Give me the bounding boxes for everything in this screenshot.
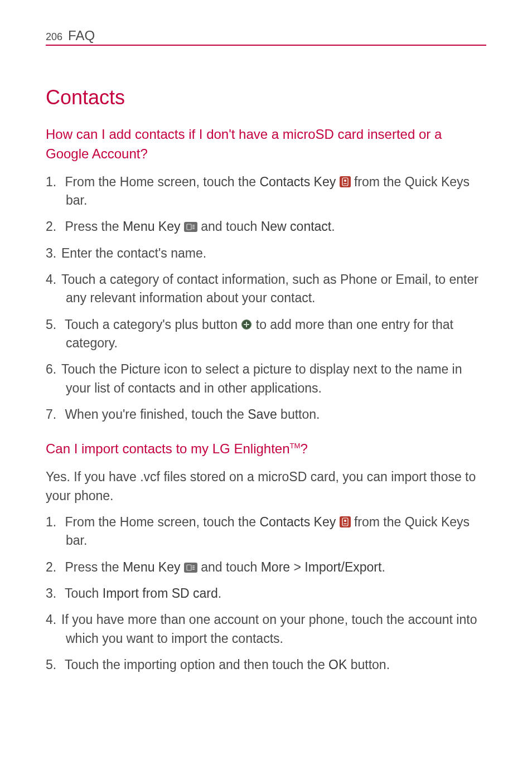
svg-point-14: [344, 520, 346, 522]
faq2-step-3: Touch Import from SD card.: [46, 584, 486, 603]
faq1-step-6: Touch the Picture icon to select a pictu…: [46, 360, 486, 398]
faq1-step-4: Touch a category of contact information,…: [46, 270, 486, 308]
section-name: FAQ: [68, 28, 95, 43]
running-header: 206 FAQ: [46, 28, 486, 46]
menu-key-icon: [184, 563, 197, 573]
svg-rect-3: [184, 222, 197, 232]
trademark-sup: TM: [290, 442, 301, 450]
faq1-step-7: When you're finished, touch the Save but…: [46, 405, 486, 424]
page-title: Contacts: [46, 86, 486, 109]
faq2-step-2: Press the Menu Key and touch More > Impo…: [46, 558, 486, 577]
faq2-intro: Yes. If you have .vcf files stored on a …: [46, 468, 486, 505]
faq1-step-1: From the Home screen, touch the Contacts…: [46, 173, 486, 210]
menu-key-icon: [184, 222, 197, 232]
contacts-key-icon: [340, 176, 351, 187]
plus-button-icon: [241, 319, 252, 330]
faq2-steps: From the Home screen, touch the Contacts…: [46, 513, 486, 674]
faq1-steps: From the Home screen, touch the Contacts…: [46, 173, 486, 424]
faq1-step-2: Press the Menu Key and touch New contact…: [46, 217, 486, 236]
svg-point-2: [344, 180, 346, 182]
page-root: 206 FAQ Contacts How can I add contacts …: [0, 0, 532, 674]
faq2-step-4: If you have more than one account on you…: [46, 611, 486, 648]
faq-question-1: How can I add contacts if I don't have a…: [46, 125, 486, 164]
page-number: 206: [46, 31, 62, 43]
faq2-step-5: Touch the importing option and then touc…: [46, 656, 486, 674]
faq-question-2: Can I import contacts to my LG Enlighten…: [46, 439, 486, 459]
contacts-key-icon: [340, 516, 351, 527]
svg-rect-15: [184, 563, 197, 573]
faq1-step-5: Touch a category's plus button to add mo…: [46, 316, 486, 353]
faq1-step-3: Enter the contact's name.: [46, 244, 486, 263]
faq2-step-1: From the Home screen, touch the Contacts…: [46, 513, 486, 550]
